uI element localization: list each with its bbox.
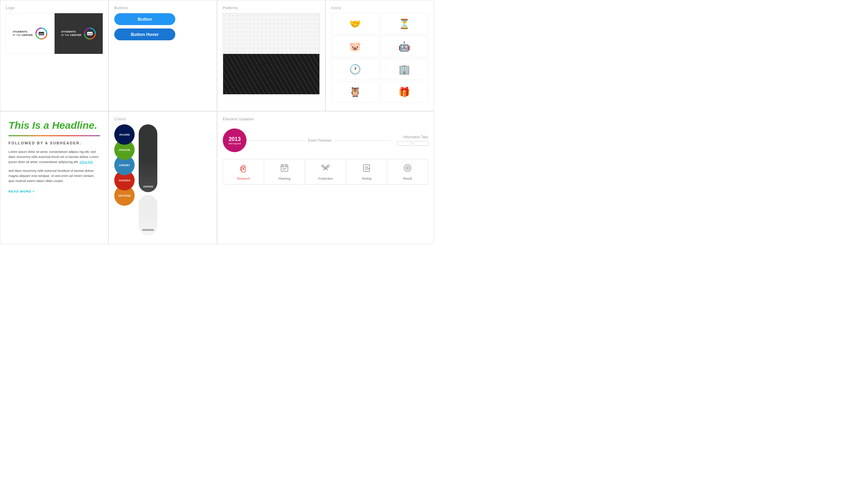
color-light-label: #EDEDEE (142, 228, 154, 231)
tabs-container: Research Planning (223, 159, 428, 185)
color-swatch-1: #011850 (114, 124, 135, 145)
buttons-section: Buttons Button Button Hover (108, 0, 217, 111)
result-icon (403, 163, 412, 175)
svg-point-6 (242, 166, 244, 168)
planning-tab-label: Planning (278, 177, 290, 180)
logo-wordmark-light: STUDENTSat the CENTER (13, 30, 33, 37)
svg-point-11 (282, 165, 283, 166)
hourglass-icon: ⏳ (380, 13, 428, 35)
svg-point-12 (285, 165, 287, 166)
research-tab-label: Research (237, 177, 250, 180)
icons-grid: 🤝 ⏳ 🐷 🤖 🕐 🏢 🦉 🎁 (331, 13, 428, 103)
logo-container: STUDENTSat the CENTER HUB (6, 13, 103, 54)
pattern-dark (223, 54, 319, 94)
body-text-1: Lorem ipsum dolor sit amet, consectetuer… (8, 149, 100, 165)
svg-line-24 (367, 168, 369, 170)
testing-icon (362, 163, 371, 175)
tab-branch-1 (397, 141, 412, 146)
building-icon: 🏢 (380, 59, 428, 80)
info-tab-branches (397, 141, 428, 146)
logo-dark-bg: STUDENTSat the CENTER HUB (55, 13, 103, 54)
color-pills: #333434 #EDEDEE (139, 124, 157, 236)
read-more-link[interactable]: READ MORE » (8, 189, 35, 193)
color-dark-label: #333434 (143, 185, 153, 188)
svg-text:HUB: HUB (39, 33, 44, 35)
colors-label: Colors (114, 117, 211, 121)
event-previews-label: Event Previews (308, 139, 332, 142)
button-hover[interactable]: Button Hover (114, 28, 175, 40)
planning-icon (280, 163, 289, 175)
colors-container: #011850 #54A21B #3083B7 #CA2514 #DC7D1E … (114, 124, 211, 236)
typography-section: This Is a Headline. FOLLOWED BY A SUBHEA… (0, 111, 108, 244)
testing-tab[interactable]: Testing (346, 159, 387, 184)
android-icon: 🤖 (380, 36, 428, 57)
logo-section: Logo STUDENTSat the CENTER (0, 0, 108, 111)
timeline-line-2 (334, 140, 390, 141)
tab-branch-2 (413, 141, 428, 146)
inline-link[interactable]: inline link (80, 160, 93, 164)
buttons-label: Buttons (114, 6, 211, 10)
element-updates-section: Element Updates 2013 and beyond Event Pr… (217, 111, 434, 244)
timeline-circle: 2013 and beyond (223, 128, 246, 152)
production-icon (321, 163, 330, 175)
headline: This Is a Headline. (8, 120, 100, 131)
logo-white-bg: STUDENTSat the CENTER HUB (6, 13, 55, 54)
button-normal[interactable]: Button (114, 13, 175, 25)
logo-text-light: STUDENTSat the CENTER HUB (13, 27, 47, 40)
pattern-light (223, 14, 319, 54)
timeline-sub: and beyond (229, 142, 241, 145)
research-tab[interactable]: Research (223, 159, 264, 184)
logo-text-dark: STUDENTSat the CENTER HUB (61, 27, 96, 40)
body-text-2: sed diam nonummy nibh euismod tincidunt … (8, 168, 100, 184)
svg-text:HUB: HUB (87, 33, 92, 35)
testing-tab-label: Testing (362, 177, 372, 180)
info-tabs-header: Information Tabs (403, 135, 428, 139)
patterns-label: Patterns (223, 6, 320, 10)
svg-point-27 (407, 167, 408, 169)
clock-24-icon: 🕐 (331, 59, 379, 80)
handshake-icon: 🤝 (331, 13, 379, 35)
logo-label: Logo (6, 6, 103, 10)
pattern-box (223, 13, 320, 95)
production-tab-label: Production (318, 177, 333, 180)
color-light-pill: #EDEDEE (139, 195, 157, 236)
gift-icon: 🎁 (380, 81, 428, 103)
element-updates-label: Element Updates (223, 117, 428, 121)
timeline-year: 2013 (229, 136, 241, 142)
patterns-section: Patterns (217, 0, 326, 111)
color-swatches: #011850 #54A21B #3083B7 #CA2514 #DC7D1E (114, 124, 135, 236)
logo-circle-light: HUB (35, 27, 48, 40)
colors-section: Colors #011850 #54A21B #3083B7 #CA2514 #… (108, 111, 217, 244)
logo-circle-dark: HUB (83, 27, 96, 40)
subheader: FOLLOWED BY A SUBHEADER. (8, 141, 100, 145)
owl-icon: 🦉 (331, 81, 379, 103)
piggy-bank-icon: 🐷 (331, 36, 379, 57)
logo-wordmark-dark: STUDENTSat the CENTER (61, 30, 81, 37)
timeline-line (249, 140, 305, 141)
planning-tab[interactable]: Planning (264, 159, 305, 184)
icons-label: Icons (331, 6, 428, 10)
production-tab[interactable]: Production (305, 159, 346, 184)
color-dark-pill: #333434 (139, 124, 157, 192)
divider (8, 135, 100, 136)
result-tab[interactable]: Result (387, 159, 428, 184)
result-tab-label: Result (403, 177, 412, 180)
research-icon (239, 163, 248, 175)
icons-section: Icons 🤝 ⏳ 🐷 🤖 🕐 🏢 🦉 🎁 (326, 0, 434, 111)
